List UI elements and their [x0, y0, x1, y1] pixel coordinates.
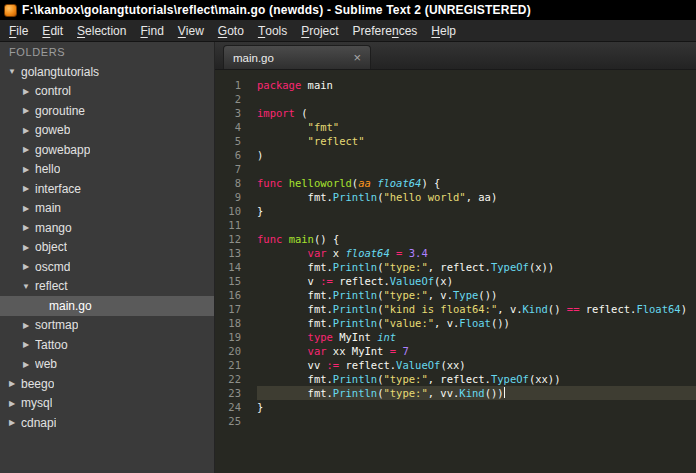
- code-line-text[interactable]: fmt.Println("type:", vv.Kind()): [257, 386, 696, 400]
- code-line-22[interactable]: 22 fmt.Println("type:", reflect.TypeOf(x…: [215, 372, 696, 386]
- sidebar-item-hello[interactable]: ▶hello: [0, 160, 214, 180]
- code-line-6[interactable]: 6): [215, 148, 696, 162]
- code-line-21[interactable]: 21 vv := reflect.ValueOf(xx): [215, 358, 696, 372]
- tab-close-icon[interactable]: ×: [353, 51, 361, 64]
- code-line-23[interactable]: 23 fmt.Println("type:", vv.Kind()): [215, 386, 696, 400]
- sidebar-item-control[interactable]: ▶control: [0, 82, 214, 102]
- code-line-11[interactable]: 11: [215, 218, 696, 232]
- chevron-collapsed-icon[interactable]: ▶: [6, 379, 18, 388]
- menu-file[interactable]: File: [2, 20, 35, 41]
- code-line-9[interactable]: 9 fmt.Println("hello world", aa): [215, 190, 696, 204]
- code-line-20[interactable]: 20 var xx MyInt = 7: [215, 344, 696, 358]
- sidebar-item-reflect[interactable]: ▼reflect: [0, 277, 214, 297]
- chevron-collapsed-icon[interactable]: ▶: [6, 399, 18, 408]
- sidebar-item-web[interactable]: ▶web: [0, 355, 214, 375]
- code-line-12[interactable]: 12func main() {: [215, 232, 696, 246]
- chevron-expanded-icon[interactable]: ▼: [6, 67, 18, 76]
- sidebar-item-sortmap[interactable]: ▶sortmap: [0, 316, 214, 336]
- sidebar-item-cdnapi[interactable]: ▶cdnapi: [0, 413, 214, 433]
- chevron-collapsed-icon[interactable]: ▶: [20, 360, 32, 369]
- code-line-text[interactable]: }: [257, 400, 696, 414]
- code-line-15[interactable]: 15 v := reflect.ValueOf(x): [215, 274, 696, 288]
- code-line-text[interactable]: [257, 414, 696, 428]
- code-line-19[interactable]: 19 type MyInt int: [215, 330, 696, 344]
- chevron-collapsed-icon[interactable]: ▶: [20, 184, 32, 193]
- title-bar[interactable]: F:\kanbox\golangtutorials\reflect\main.g…: [0, 0, 696, 20]
- code-line-5[interactable]: 5 "reflect": [215, 134, 696, 148]
- code-line-10[interactable]: 10}: [215, 204, 696, 218]
- sidebar-item-goweb[interactable]: ▶goweb: [0, 121, 214, 141]
- menu-edit[interactable]: Edit: [35, 20, 70, 41]
- menu-help[interactable]: Help: [424, 20, 463, 41]
- chevron-collapsed-icon[interactable]: ▶: [20, 204, 32, 213]
- chevron-collapsed-icon[interactable]: ▶: [6, 418, 18, 427]
- code-area[interactable]: 1package main23import (4 "fmt"5 "reflect…: [215, 70, 696, 473]
- code-line-1[interactable]: 1package main: [215, 78, 696, 92]
- code-line-text[interactable]: [257, 92, 696, 106]
- sidebar-item-mango[interactable]: ▶mango: [0, 218, 214, 238]
- code-line-text[interactable]: [257, 218, 696, 232]
- code-line-text[interactable]: [257, 162, 696, 176]
- chevron-collapsed-icon[interactable]: ▶: [20, 145, 32, 154]
- chevron-collapsed-icon[interactable]: ▶: [20, 87, 32, 96]
- sidebar-item-golangtutorials[interactable]: ▼golangtutorials: [0, 62, 214, 82]
- code-line-text[interactable]: fmt.Println("value:", v.Float()): [257, 316, 696, 330]
- chevron-collapsed-icon[interactable]: ▶: [20, 321, 32, 330]
- code-line-text[interactable]: }: [257, 204, 696, 218]
- code-line-14[interactable]: 14 fmt.Println("type:", reflect.TypeOf(x…: [215, 260, 696, 274]
- chevron-collapsed-icon[interactable]: ▶: [20, 340, 32, 349]
- code-line-text[interactable]: func helloworld(aa float64) {: [257, 176, 696, 190]
- code-line-text[interactable]: vv := reflect.ValueOf(xx): [257, 358, 696, 372]
- code-line-text[interactable]: "fmt": [257, 120, 696, 134]
- code-line-text[interactable]: ): [257, 148, 696, 162]
- code-line-text[interactable]: fmt.Println("type:", reflect.TypeOf(xx)): [257, 372, 696, 386]
- code-line-24[interactable]: 24}: [215, 400, 696, 414]
- code-line-text[interactable]: v := reflect.ValueOf(x): [257, 274, 696, 288]
- code-line-7[interactable]: 7: [215, 162, 696, 176]
- sidebar-item-object[interactable]: ▶object: [0, 238, 214, 258]
- sidebar-item-tattoo[interactable]: ▶Tattoo: [0, 335, 214, 355]
- menu-selection[interactable]: Selection: [70, 20, 133, 41]
- sidebar-item-beego[interactable]: ▶beego: [0, 374, 214, 394]
- sublime-app-icon[interactable]: [4, 4, 17, 17]
- sidebar-item-main.go[interactable]: main.go: [0, 296, 214, 316]
- chevron-collapsed-icon[interactable]: ▶: [20, 106, 32, 115]
- code-line-13[interactable]: 13 var x float64 = 3.4: [215, 246, 696, 260]
- code-line-18[interactable]: 18 fmt.Println("value:", v.Float()): [215, 316, 696, 330]
- code-line-25[interactable]: 25: [215, 414, 696, 428]
- code-line-text[interactable]: type MyInt int: [257, 330, 696, 344]
- code-line-2[interactable]: 2: [215, 92, 696, 106]
- code-line-text[interactable]: package main: [257, 78, 696, 92]
- menu-tools[interactable]: Tools: [251, 20, 294, 41]
- sidebar-item-gowebapp[interactable]: ▶gowebapp: [0, 140, 214, 160]
- code-line-8[interactable]: 8func helloworld(aa float64) {: [215, 176, 696, 190]
- code-line-17[interactable]: 17 fmt.Println("kind is float64:", v.Kin…: [215, 302, 696, 316]
- sidebar-item-mysql[interactable]: ▶mysql: [0, 394, 214, 414]
- sidebar-item-goroutine[interactable]: ▶goroutine: [0, 101, 214, 121]
- sidebar-item-oscmd[interactable]: ▶oscmd: [0, 257, 214, 277]
- code-line-text[interactable]: import (: [257, 106, 696, 120]
- chevron-expanded-icon[interactable]: ▼: [20, 282, 32, 291]
- tab-main.go[interactable]: main.go×: [223, 45, 371, 69]
- menu-goto[interactable]: Goto: [211, 20, 251, 41]
- code-line-text[interactable]: "reflect": [257, 134, 696, 148]
- code-line-text[interactable]: var xx MyInt = 7: [257, 344, 696, 358]
- sidebar-item-interface[interactable]: ▶interface: [0, 179, 214, 199]
- menu-view[interactable]: View: [171, 20, 211, 41]
- menu-project[interactable]: Project: [294, 20, 345, 41]
- code-line-16[interactable]: 16 fmt.Println("type:", v.Type()): [215, 288, 696, 302]
- chevron-collapsed-icon[interactable]: ▶: [20, 243, 32, 252]
- chevron-collapsed-icon[interactable]: ▶: [20, 165, 32, 174]
- chevron-collapsed-icon[interactable]: ▶: [20, 126, 32, 135]
- code-line-text[interactable]: fmt.Println("type:", v.Type()): [257, 288, 696, 302]
- sidebar-item-main[interactable]: ▶main: [0, 199, 214, 219]
- chevron-collapsed-icon[interactable]: ▶: [20, 223, 32, 232]
- code-line-text[interactable]: fmt.Println("kind is float64:", v.Kind()…: [257, 302, 696, 316]
- code-line-4[interactable]: 4 "fmt": [215, 120, 696, 134]
- menu-find[interactable]: Find: [133, 20, 170, 41]
- code-line-text[interactable]: var x float64 = 3.4: [257, 246, 696, 260]
- chevron-collapsed-icon[interactable]: ▶: [20, 262, 32, 271]
- code-line-text[interactable]: fmt.Println("type:", reflect.TypeOf(x)): [257, 260, 696, 274]
- code-line-3[interactable]: 3import (: [215, 106, 696, 120]
- code-line-text[interactable]: fmt.Println("hello world", aa): [257, 190, 696, 204]
